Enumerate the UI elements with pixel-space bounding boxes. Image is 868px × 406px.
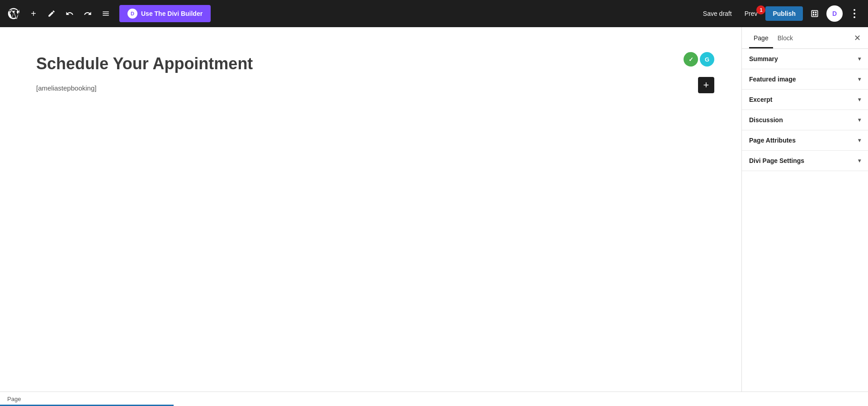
sidebar-header: Page Block ✕ [742, 27, 868, 49]
divi-builder-button[interactable]: D Use The Divi Builder [119, 5, 211, 22]
divi-page-settings-section-label: Divi Page Settings [749, 157, 804, 164]
sidebar-section-excerpt: Excerpt ▾ [742, 90, 868, 110]
editor-area: ✓ G + Schedule Your Appointment [amelias… [0, 27, 741, 392]
redo-button[interactable] [80, 5, 96, 22]
save-draft-button[interactable]: Save draft [698, 7, 736, 20]
sidebar-section-discussion: Discussion ▾ [742, 110, 868, 130]
featured-image-section-label: Featured image [749, 76, 796, 83]
discussion-section-header[interactable]: Discussion ▾ [742, 110, 868, 130]
plugin-icon-grammarly[interactable]: G [700, 52, 714, 67]
sidebar-section-page-attributes: Page Attributes ▾ [742, 130, 868, 151]
discussion-chevron-icon: ▾ [858, 117, 861, 123]
page-title-field[interactable]: Schedule Your Appointment [36, 54, 705, 73]
excerpt-section-label: Excerpt [749, 96, 772, 103]
sidebar: Page Block ✕ Summary ▾ Featured image ▾ [741, 27, 868, 392]
excerpt-chevron-icon: ▾ [858, 96, 861, 103]
svg-point-0 [854, 9, 855, 11]
featured-image-chevron-icon: ▾ [858, 76, 861, 82]
page-attributes-section-header[interactable]: Page Attributes ▾ [742, 130, 868, 150]
add-block-toolbar-button[interactable]: + [25, 5, 42, 22]
tab-page[interactable]: Page [749, 28, 773, 48]
plugin-icons: ✓ G [684, 52, 714, 67]
featured-image-section-header[interactable]: Featured image ▾ [742, 69, 868, 89]
toolbar-right: Save draft Prev 1 Publish D [698, 5, 863, 22]
preview-wrapper: Prev 1 [740, 7, 762, 20]
page-attributes-chevron-icon: ▾ [858, 137, 861, 143]
sidebar-close-button[interactable]: ✕ [854, 34, 861, 42]
shortcode-block[interactable]: [ameliastepbooking] [36, 84, 705, 92]
wordpress-logo[interactable] [5, 5, 22, 22]
status-bar-label: Page [7, 396, 21, 402]
publish-button[interactable]: Publish [765, 6, 803, 21]
sidebar-section-summary: Summary ▾ [742, 49, 868, 69]
discussion-section-label: Discussion [749, 116, 783, 124]
edit-button[interactable] [43, 5, 60, 22]
undo-button[interactable] [61, 5, 78, 22]
summary-section-label: Summary [749, 55, 778, 62]
view-toggle-button[interactable] [807, 5, 823, 22]
summary-section-header[interactable]: Summary ▾ [742, 49, 868, 69]
sidebar-section-featured-image: Featured image ▾ [742, 69, 868, 90]
status-bar: Page [0, 392, 868, 406]
tools-button[interactable] [98, 5, 114, 22]
summary-chevron-icon: ▾ [858, 56, 861, 62]
notification-badge: 1 [756, 5, 765, 14]
divi-page-settings-chevron-icon: ▾ [858, 158, 861, 164]
toolbar: + D Use The Divi Builder Save draft Prev [0, 0, 868, 27]
tab-block[interactable]: Block [773, 28, 797, 48]
add-block-button[interactable]: + [698, 77, 714, 93]
page-attributes-section-label: Page Attributes [749, 137, 796, 144]
divi-logo-icon: D [127, 9, 137, 19]
divi-avatar-button[interactable]: D [826, 5, 843, 22]
excerpt-section-header[interactable]: Excerpt ▾ [742, 90, 868, 110]
divi-page-settings-section-header[interactable]: Divi Page Settings ▾ [742, 151, 868, 171]
svg-point-1 [854, 13, 855, 14]
plugin-icon-amelia[interactable]: ✓ [684, 52, 698, 67]
more-options-button[interactable] [846, 5, 863, 22]
main-area: ✓ G + Schedule Your Appointment [amelias… [0, 27, 868, 392]
sidebar-section-divi-page-settings: Divi Page Settings ▾ [742, 151, 868, 171]
svg-point-2 [854, 16, 855, 18]
